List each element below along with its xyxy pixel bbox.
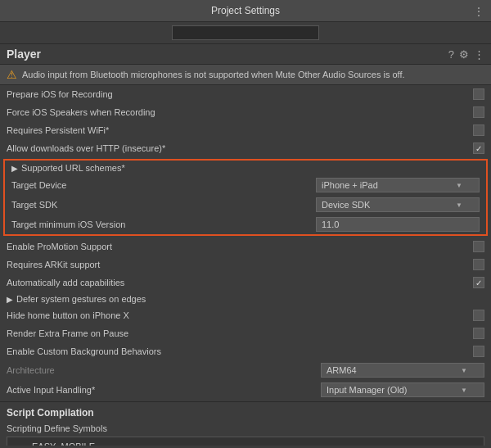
foldout-arrow: ▶ xyxy=(11,164,18,173)
label-target-device: Target Device xyxy=(11,180,316,190)
label-prepare-ios: Prepare iOS for Recording xyxy=(7,89,473,99)
dropdown-input-handling[interactable]: Input Manager (Old) xyxy=(321,382,484,397)
row-custom-bg: Enable Custom Background Behaviors xyxy=(0,342,491,360)
row-architecture: Architecture ARM64 xyxy=(0,360,491,380)
warning-message: Audio input from Bluetooth microphones i… xyxy=(22,70,405,79)
input-min-ios[interactable] xyxy=(316,217,480,232)
label-architecture: Architecture xyxy=(7,365,321,375)
row-promotion: Enable ProMotion Support xyxy=(0,238,491,256)
row-arkit: Requires ARKit support xyxy=(0,256,491,274)
foldout-defer-gestures[interactable]: ▶ Defer system gestures on edges xyxy=(0,292,491,306)
row-min-ios: Target minimum iOS Version xyxy=(5,215,486,234)
row-target-device: Target Device iPhone + iPad xyxy=(5,175,486,195)
checkbox-auto-caps[interactable] xyxy=(473,277,484,288)
checkbox-prepare-ios-box[interactable] xyxy=(473,88,484,100)
checkbox-force-speakers[interactable] xyxy=(473,106,484,118)
help-icon[interactable]: ? xyxy=(448,48,454,61)
checkbox-persistent-wifi-box[interactable] xyxy=(473,124,484,136)
dropdown-target-sdk[interactable]: Device SDK xyxy=(316,197,480,212)
row-target-sdk: Target SDK Device SDK xyxy=(5,195,486,215)
settings-icon[interactable]: ⚙ xyxy=(459,48,469,61)
checkbox-prepare-ios[interactable] xyxy=(473,88,484,100)
checkbox-persistent-wifi[interactable] xyxy=(473,124,484,136)
more-icon[interactable]: ⋮ xyxy=(474,48,484,61)
checkbox-arkit[interactable] xyxy=(473,259,484,270)
dropdown-architecture[interactable]: ARM64 xyxy=(321,363,484,378)
checkbox-auto-caps-box[interactable] xyxy=(473,277,484,288)
foldout-defer-arrow: ▶ xyxy=(7,295,13,304)
script-compilation-label: Script Compilation xyxy=(0,401,491,420)
dropdown-architecture-value: ARM64 xyxy=(327,365,357,375)
checkbox-promotion[interactable] xyxy=(473,241,484,252)
checkbox-custom-bg[interactable] xyxy=(473,346,484,357)
row-prepare-ios: Prepare iOS for Recording xyxy=(0,85,491,103)
label-custom-bg: Enable Custom Background Behaviors xyxy=(7,346,473,356)
section-icons: ? ⚙ ⋮ xyxy=(448,48,484,61)
title-menu-icon[interactable]: ⋮ xyxy=(473,5,484,18)
foldout-defer-label: Defer system gestures on edges xyxy=(16,294,146,304)
row-persistent-wifi: Requires Persistent WiFi* xyxy=(0,121,491,139)
label-hide-home: Hide home button on iPhone X xyxy=(7,310,473,320)
label-render-extra: Render Extra Frame on Pause xyxy=(7,328,473,338)
warning-bar: ⚠ Audio input from Bluetooth microphones… xyxy=(0,65,491,85)
scripting-defines-list: — EASY_MOBILE — EASY_MOBILE_PRO xyxy=(7,437,484,446)
row-allow-http: Allow downloads over HTTP (insecure)* xyxy=(0,139,491,157)
checkbox-hide-home-box[interactable] xyxy=(473,310,484,321)
scripting-define-label: Scripting Define Symbols xyxy=(0,420,491,435)
checkbox-render-extra-box[interactable] xyxy=(473,328,484,339)
define-value-1: EASY_MOBILE xyxy=(32,441,95,446)
foldout-url-schemes-label: Supported URL schemes* xyxy=(21,163,125,173)
row-auto-caps: Automatically add capabilities xyxy=(0,274,491,292)
define-item-1: — EASY_MOBILE xyxy=(7,437,484,446)
search-bar xyxy=(0,22,491,44)
label-force-speakers: Force iOS Speakers when Recording xyxy=(7,107,473,117)
label-promotion: Enable ProMotion Support xyxy=(7,242,473,251)
checkbox-hide-home[interactable] xyxy=(473,310,484,321)
checkbox-arkit-box[interactable] xyxy=(473,259,484,270)
dropdown-target-device-value: iPhone + iPad xyxy=(322,180,378,190)
row-hide-home: Hide home button on iPhone X xyxy=(0,306,491,324)
checkbox-render-extra[interactable] xyxy=(473,328,484,339)
foldout-url-schemes[interactable]: ▶ Supported URL schemes* xyxy=(5,161,486,175)
row-input-handling: Active Input Handling* Input Manager (Ol… xyxy=(0,380,491,400)
label-arkit: Requires ARKit support xyxy=(7,260,473,269)
checkbox-promotion-box[interactable] xyxy=(473,241,484,252)
section-title: Player xyxy=(7,48,41,61)
search-input[interactable] xyxy=(172,25,319,40)
label-target-sdk: Target SDK xyxy=(11,200,316,210)
section-header: Player ? ⚙ ⋮ xyxy=(0,44,491,65)
dropdown-input-handling-value: Input Manager (Old) xyxy=(327,385,407,395)
label-allow-http: Allow downloads over HTTP (insecure)* xyxy=(7,143,473,153)
checkbox-allow-http[interactable] xyxy=(473,143,484,154)
content-area[interactable]: Prepare iOS for Recording Force iOS Spea… xyxy=(0,85,491,446)
checkbox-force-speakers-box[interactable] xyxy=(473,106,484,118)
checkbox-custom-bg-box[interactable] xyxy=(473,346,484,357)
dropdown-target-sdk-value: Device SDK xyxy=(322,200,370,210)
label-min-ios: Target minimum iOS Version xyxy=(11,219,316,229)
label-input-handling: Active Input Handling* xyxy=(7,385,321,395)
dropdown-target-device[interactable]: iPhone + iPad xyxy=(316,178,480,192)
label-auto-caps: Automatically add capabilities xyxy=(7,278,473,287)
define-dash-1: — xyxy=(14,440,25,446)
title-bar: Project Settings ⋮ xyxy=(0,0,491,22)
title-text: Project Settings xyxy=(211,5,280,16)
checkbox-allow-http-box[interactable] xyxy=(473,143,484,154)
label-persistent-wifi: Requires Persistent WiFi* xyxy=(7,125,473,135)
warning-icon: ⚠ xyxy=(7,68,17,81)
row-render-extra: Render Extra Frame on Pause xyxy=(0,324,491,342)
row-force-speakers: Force iOS Speakers when Recording xyxy=(0,103,491,121)
